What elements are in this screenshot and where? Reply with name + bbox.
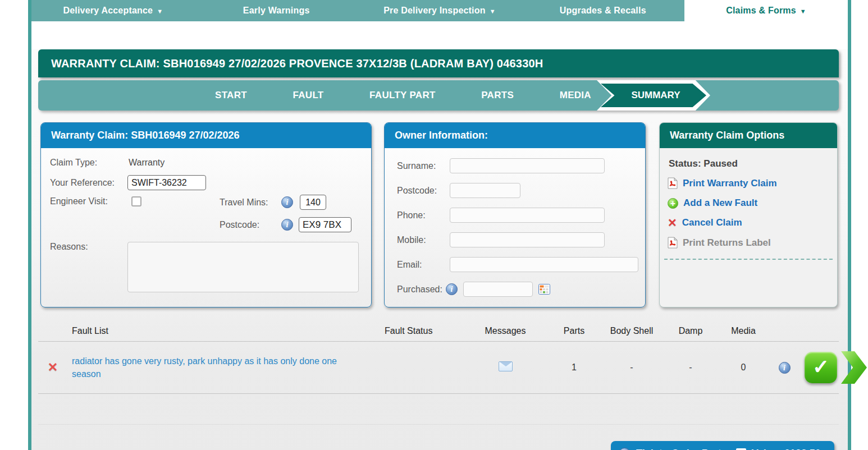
pdf-icon bbox=[668, 237, 678, 249]
options-separator bbox=[664, 259, 833, 260]
nav-tab-claims-forms[interactable]: Claims & Forms ▼ bbox=[684, 0, 848, 21]
fault-description-link[interactable]: radiator has gone very rusty, park unhap… bbox=[67, 355, 362, 380]
info-icon[interactable]: i bbox=[446, 283, 458, 295]
active-step-chevron: SUMMARY bbox=[597, 80, 710, 111]
nav-tab-label: Upgrades & Recalls bbox=[560, 6, 646, 16]
nav-tab-delivery-acceptance[interactable]: Delivery Acceptance ▼ bbox=[31, 0, 195, 21]
nav-tab-upgrades-recalls[interactable]: Upgrades & Recalls bbox=[521, 0, 684, 21]
step-faulty-part[interactable]: FAULTY PART bbox=[369, 90, 436, 101]
owner-information-panel: Owner Information: Surname: Postcode: Ph… bbox=[384, 122, 646, 307]
your-reference-label: Your Reference: bbox=[50, 178, 127, 188]
engineer-visit-label: Engineer Visit: bbox=[50, 196, 131, 206]
wizard-steps: START FAULT FAULTY PART PARTS MEDIA bbox=[215, 80, 591, 111]
add-new-fault-link[interactable]: + Add a New Fault bbox=[668, 198, 837, 209]
step-start[interactable]: START bbox=[215, 90, 247, 101]
nav-tab-label: Early Warnings bbox=[243, 6, 310, 16]
panel-title: Owner Information: bbox=[385, 123, 645, 148]
info-icon[interactable]: i bbox=[281, 219, 293, 231]
postcode-label: Postcode: bbox=[220, 220, 281, 230]
nav-tab-early-warnings[interactable]: Early Warnings bbox=[195, 0, 358, 21]
claim-type-value: Warranty bbox=[129, 158, 165, 168]
nav-tab-label: Claims & Forms bbox=[726, 6, 796, 16]
option-label: Print Returns Label bbox=[683, 237, 771, 249]
owner-postcode-label: Postcode: bbox=[397, 186, 450, 196]
calendar-icon[interactable] bbox=[538, 284, 550, 295]
section-divider-faint bbox=[38, 424, 839, 425]
wizard-steps-bar: START FAULT FAULTY PART PARTS MEDIA SUMM… bbox=[38, 80, 839, 111]
travel-mins-label: Travel Mins: bbox=[220, 198, 281, 208]
nav-tab-pre-delivery-inspection[interactable]: Pre Delivery Inspection ▼ bbox=[358, 0, 522, 21]
body-shell-cell: - bbox=[630, 362, 633, 373]
page-content: WARRANTY CLAIM: SBH016949 27/02/2026 PRO… bbox=[31, 49, 848, 450]
info-icon[interactable]: i bbox=[281, 196, 293, 208]
chevron-down-icon: ▼ bbox=[157, 8, 163, 15]
media-count: 0 bbox=[741, 362, 746, 373]
cancel-claim-link[interactable]: ✕ Cancel Claim bbox=[668, 217, 837, 228]
fault-row: ✕ radiator has gone very rusty, park unh… bbox=[38, 342, 839, 393]
email-label: Email: bbox=[397, 260, 450, 270]
warranty-claim-panel: Warranty Claim: SBH016949 27/02/2026 Cla… bbox=[40, 122, 372, 307]
nav-tab-label: Delivery Acceptance bbox=[63, 6, 153, 16]
reasons-textarea[interactable] bbox=[127, 242, 359, 292]
col-messages: Messages bbox=[463, 326, 547, 336]
section-divider bbox=[38, 393, 839, 394]
your-reference-input[interactable] bbox=[127, 175, 206, 190]
warranty-claim-banner: WARRANTY CLAIM: SBH016949 27/02/2026 PRO… bbox=[38, 49, 839, 77]
delete-fault-icon[interactable]: ✕ bbox=[48, 360, 58, 375]
pdf-icon bbox=[668, 177, 678, 189]
order-parts-label: Tick to Order Parts: bbox=[636, 448, 730, 450]
option-label: Print Warranty Claim bbox=[683, 178, 777, 189]
phone-label: Phone: bbox=[397, 210, 450, 221]
step-summary[interactable]: SUMMARY bbox=[601, 84, 706, 107]
mobile-label: Mobile: bbox=[397, 235, 450, 245]
order-value-text: Value: £123.50 bbox=[752, 448, 821, 450]
travel-postcode-input[interactable] bbox=[299, 217, 351, 232]
info-icon[interactable]: i bbox=[619, 448, 631, 450]
approve-fault-button[interactable]: ✓ bbox=[805, 352, 837, 383]
panels-row: Warranty Claim: SBH016949 27/02/2026 Cla… bbox=[40, 122, 838, 307]
step-fault[interactable]: FAULT bbox=[293, 90, 323, 101]
main-frame: Delivery Acceptance ▼ Early Warnings Pre… bbox=[28, 0, 851, 450]
panel-title: Warranty Claim Options bbox=[660, 123, 837, 148]
step-parts[interactable]: PARTS bbox=[481, 90, 514, 101]
email-mobile-input[interactable] bbox=[450, 232, 605, 247]
col-fault-status: Fault Status bbox=[373, 326, 463, 336]
nav-tab-label: Pre Delivery Inspection bbox=[383, 6, 486, 16]
option-label: Cancel Claim bbox=[682, 217, 742, 228]
purchased-label: Purchased: bbox=[397, 284, 442, 295]
reasons-label: Reasons: bbox=[50, 242, 127, 252]
email-input[interactable] bbox=[450, 257, 638, 272]
chevron-down-icon: ▼ bbox=[800, 8, 806, 15]
add-icon: + bbox=[668, 198, 678, 209]
message-icon[interactable] bbox=[499, 361, 513, 371]
col-media: Media bbox=[719, 326, 768, 336]
claim-type-label: Claim Type: bbox=[50, 158, 129, 168]
col-fault-list: Fault List bbox=[67, 326, 373, 336]
fault-table-header: Fault List Fault Status Messages Parts B… bbox=[38, 321, 839, 341]
engineer-visit-checkbox[interactable] bbox=[131, 196, 141, 206]
warranty-claim-options-panel: Warranty Claim Options Status: Paused Pr… bbox=[659, 122, 838, 307]
col-parts: Parts bbox=[547, 326, 601, 336]
col-body-shell: Body Shell bbox=[601, 326, 663, 336]
panel-title: Warranty Claim: SBH016949 27/02/2026 bbox=[41, 123, 371, 148]
travel-mins-input[interactable] bbox=[300, 195, 326, 210]
info-icon[interactable]: i bbox=[779, 362, 791, 374]
print-warranty-claim-link[interactable]: Print Warranty Claim bbox=[668, 177, 837, 189]
owner-postcode-input[interactable] bbox=[450, 183, 520, 198]
purchased-date-input[interactable] bbox=[463, 282, 533, 297]
phone-input[interactable] bbox=[450, 208, 605, 223]
surname-label: Surname: bbox=[397, 161, 450, 171]
step-media[interactable]: MEDIA bbox=[560, 90, 591, 101]
claim-status-text: Status: Paused bbox=[669, 158, 837, 169]
surname-input[interactable] bbox=[450, 158, 605, 173]
top-navigation: Delivery Acceptance ▼ Early Warnings Pre… bbox=[31, 0, 848, 21]
damp-cell: - bbox=[689, 362, 692, 373]
col-damp: Damp bbox=[663, 326, 719, 336]
order-parts-bar: i Tick to Order Parts: Value: £123.50 bbox=[611, 441, 834, 450]
print-returns-label-link[interactable]: Print Returns Label bbox=[668, 237, 837, 249]
fault-table: Fault List Fault Status Messages Parts B… bbox=[38, 321, 839, 393]
option-label: Add a New Fault bbox=[683, 198, 757, 209]
parts-count: 1 bbox=[572, 362, 577, 373]
next-arrow-button[interactable] bbox=[841, 351, 867, 384]
cancel-icon: ✕ bbox=[668, 217, 677, 228]
